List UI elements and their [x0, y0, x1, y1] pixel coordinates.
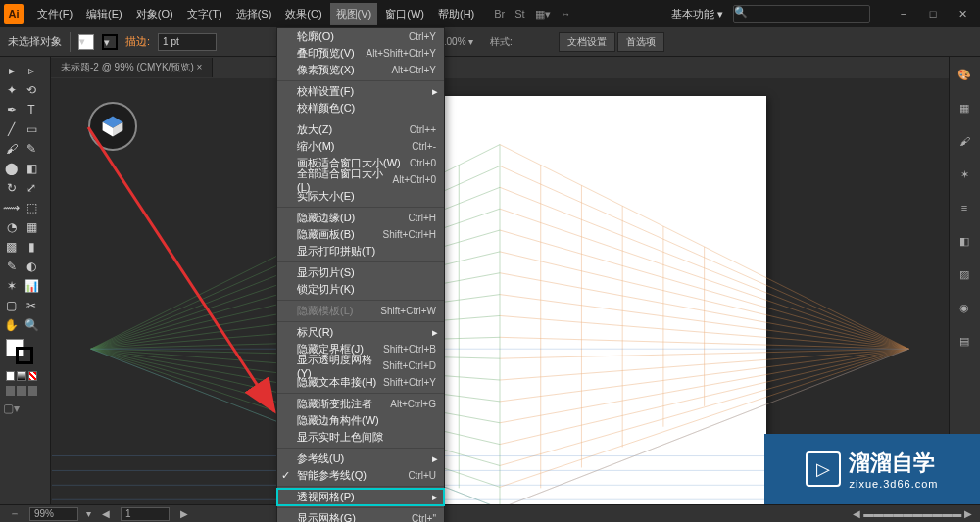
menu-item[interactable]: 显示实时上色间隙 [277, 429, 444, 446]
fill-swatch[interactable]: ▾ [78, 34, 94, 50]
eraser-tool[interactable]: ◧ [23, 159, 41, 177]
stroke-swatch[interactable]: ▾ [102, 34, 118, 50]
menu-type[interactable]: 文字(T) [181, 3, 228, 25]
menu-item[interactable]: 校样颜色(C) [277, 100, 444, 117]
perspective-plane-widget[interactable] [88, 102, 137, 151]
hand-tool[interactable]: ✋ [2, 315, 21, 334]
blend-tool[interactable]: ◐ [23, 257, 41, 275]
selection-tool[interactable]: ▸ [2, 61, 21, 79]
layers-panel-icon[interactable]: ▤ [953, 329, 976, 353]
width-tool[interactable]: ⟿ [2, 198, 21, 216]
nav-prev[interactable]: ◀ [99, 507, 113, 521]
stroke-panel-icon[interactable]: ≡ [953, 196, 976, 219]
color-panel-icon[interactable]: 🎨 [953, 63, 976, 86]
appearance-panel-icon[interactable]: ◉ [953, 296, 976, 319]
pen-tool[interactable]: ✒ [2, 100, 21, 119]
lasso-tool[interactable]: ⟲ [23, 80, 41, 99]
menu-item[interactable]: 隐藏文本串接(H)Shift+Ctrl+Y [277, 374, 444, 391]
arrange-icon[interactable]: ▦▾ [535, 8, 551, 21]
stock-icon[interactable]: St [514, 8, 524, 21]
menu-item[interactable]: 校样设置(F)▸ [277, 83, 444, 100]
transparency-panel-icon[interactable]: ▨ [953, 262, 976, 286]
menu-item[interactable]: ✓智能参考线(Q)Ctrl+U [277, 467, 444, 484]
align-icon[interactable]: ↔ [561, 8, 571, 21]
zoom-level[interactable]: 99% [29, 507, 78, 521]
workspace-switcher[interactable]: 基本功能 ▾ [671, 7, 723, 22]
nav-next[interactable]: ▶ [177, 507, 191, 521]
gradient-mode[interactable] [17, 371, 25, 381]
stroke-weight-input[interactable] [158, 33, 217, 51]
menu-item[interactable]: 隐藏边角构件(W) [277, 412, 444, 429]
close-button[interactable]: ✕ [949, 4, 976, 24]
menu-file[interactable]: 文件(F) [31, 3, 78, 25]
fill-stroke-control[interactable] [2, 339, 41, 368]
menu-item[interactable]: 隐藏画板(B)Shift+Ctrl+H [277, 226, 444, 243]
document-tab[interactable]: 未标题-2 @ 99% (CMYK/预览) × [51, 58, 213, 77]
artboard-tool[interactable]: ▢ [2, 296, 21, 314]
blob-tool[interactable]: ⬤ [2, 159, 21, 177]
menu-item[interactable]: 缩小(M)Ctrl+- [277, 138, 444, 155]
menu-item[interactable]: 全部适合窗口大小(L)Alt+Ctrl+0 [277, 171, 444, 188]
opacity-input[interactable]: 100% ▾ [441, 36, 473, 47]
type-tool[interactable]: T [23, 100, 41, 119]
search-input[interactable]: 🔍 [733, 5, 870, 23]
menu-item[interactable]: 显示切片(S) [277, 264, 444, 281]
menu-item[interactable]: 参考线(U)▸ [277, 451, 444, 467]
maximize-button[interactable]: □ [919, 4, 947, 24]
menu-item[interactable]: 隐藏渐变批注者Alt+Ctrl+G [277, 396, 444, 412]
minimize-button[interactable]: − [890, 4, 917, 24]
draw-normal[interactable] [6, 386, 15, 396]
none-mode[interactable] [28, 371, 37, 381]
swatches-panel-icon[interactable]: ▦ [953, 96, 976, 119]
magic-wand-tool[interactable]: ✦ [2, 80, 21, 99]
mesh-tool[interactable]: ▩ [2, 237, 21, 256]
eyedropper-tool[interactable]: ✎ [2, 257, 21, 275]
color-mode[interactable] [6, 371, 15, 381]
menu-item[interactable]: 像素预览(X)Alt+Ctrl+Y [277, 62, 444, 78]
zoom-tool[interactable]: 🔍 [23, 315, 41, 334]
draw-behind[interactable] [17, 386, 25, 396]
screen-mode[interactable]: ▢▾ [2, 399, 21, 417]
free-transform-tool[interactable]: ⬚ [23, 198, 41, 216]
menu-item[interactable]: 透视网格(P)▸ [277, 489, 444, 505]
menu-edit[interactable]: 编辑(E) [80, 3, 128, 25]
left-collapsed-panel[interactable] [43, 57, 51, 504]
menu-item[interactable]: 显示网格(G)Ctrl+" [277, 510, 444, 522]
menu-help[interactable]: 帮助(H) [432, 3, 480, 25]
shape-builder-tool[interactable]: ◔ [2, 217, 21, 236]
scale-tool[interactable]: ⤢ [23, 178, 41, 197]
slice-tool[interactable]: ✂ [23, 296, 41, 314]
draw-inside[interactable] [28, 386, 37, 396]
brushes-panel-icon[interactable]: 🖌 [953, 129, 976, 153]
menu-item[interactable]: 轮廓(O)Ctrl+Y [277, 28, 444, 45]
menu-window[interactable]: 窗口(W) [379, 3, 430, 25]
graph-tool[interactable]: 📊 [23, 276, 41, 295]
perspective-grid-tool[interactable]: ▦ [23, 217, 41, 236]
menu-effect[interactable]: 效果(C) [279, 3, 327, 25]
paintbrush-tool[interactable]: 🖌 [2, 139, 21, 158]
bridge-icon[interactable]: Br [494, 8, 505, 21]
menu-item[interactable]: 隐藏边缘(D)Ctrl+H [277, 210, 444, 226]
menu-item[interactable]: 显示透明度网格(Y)Shift+Ctrl+D [277, 357, 444, 374]
menu-item[interactable]: 锁定切片(K) [277, 281, 444, 298]
nav-first[interactable]: ⎓ [8, 507, 22, 521]
doc-setup-button[interactable]: 文档设置 [559, 32, 615, 52]
line-tool[interactable]: ╱ [2, 119, 21, 138]
pencil-tool[interactable]: ✎ [23, 139, 41, 158]
menu-item[interactable]: 显示打印拼贴(T) [277, 243, 444, 260]
direct-selection-tool[interactable]: ▹ [23, 61, 41, 79]
menu-item[interactable]: 标尺(R)▸ [277, 324, 444, 341]
menu-item[interactable]: 叠印预览(V)Alt+Shift+Ctrl+Y [277, 45, 444, 62]
prefs-button[interactable]: 首选项 [617, 32, 664, 52]
rotate-tool[interactable]: ↻ [2, 178, 21, 197]
rectangle-tool[interactable]: ▭ [23, 119, 41, 138]
menu-select[interactable]: 选择(S) [230, 3, 278, 25]
artboard-nav[interactable]: 1 [121, 507, 170, 521]
menu-item[interactable]: 放大(Z)Ctrl++ [277, 121, 444, 138]
symbol-tool[interactable]: ✶ [2, 276, 21, 295]
symbols-panel-icon[interactable]: ✶ [953, 163, 976, 186]
menu-item[interactable]: 实际大小(E) [277, 188, 444, 205]
menu-object[interactable]: 对象(O) [130, 3, 179, 25]
menu-view[interactable]: 视图(V) [330, 3, 378, 25]
gradient-tool[interactable]: ▮ [23, 237, 41, 256]
